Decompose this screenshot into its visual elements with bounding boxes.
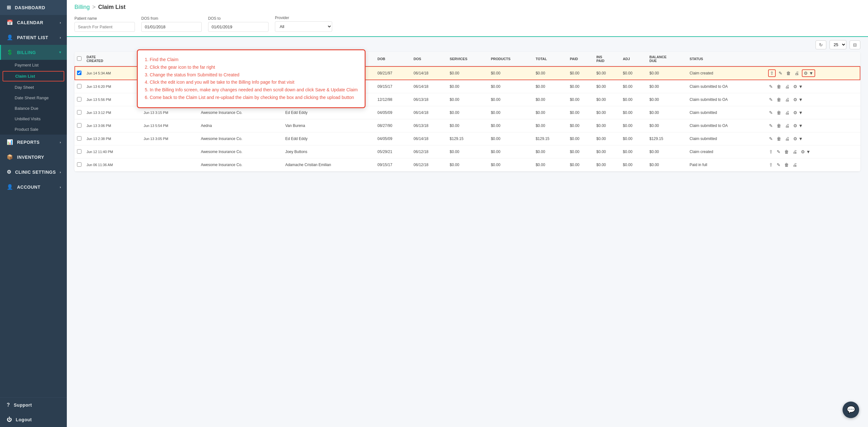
cell-submit_date [141,158,198,172]
edit-icon[interactable]: ✎ [768,122,774,129]
box-icon: 📦 [7,154,13,160]
delete-icon[interactable]: 🗑 [776,135,782,142]
edit-icon[interactable]: ✎ [768,135,774,142]
print-icon[interactable]: 🖨 [784,83,790,90]
cell-date_created: Jun 13 2:38 PM [84,132,141,145]
sidebar-item-patient-list[interactable]: 👤 PATIENT LIST › [0,30,67,45]
cell-dos: 06/14/18 [411,132,447,145]
sidebar-label-dashboard: DASHBOARD [15,5,45,10]
print-icon[interactable]: 🖨 [784,96,790,103]
delete-icon[interactable]: 🗑 [776,122,782,129]
sidebar-item-account[interactable]: 👤 ACCOUNT › [0,179,67,194]
cell-status: Claim submitted to OA [687,80,765,93]
cell-status: Claim created [687,66,765,80]
delete-icon[interactable]: 🗑 [776,83,782,90]
action-icons-group: ✎🗑🖨⚙ ▼ [768,135,858,142]
per-page-select[interactable]: 25 [830,40,846,49]
gear-icon[interactable]: ⚙ ▼ [792,122,804,129]
row-checkbox[interactable] [77,149,82,154]
print-icon[interactable]: 🖨 [784,122,790,129]
row-checkbox[interactable] [77,97,82,101]
cell-patient_name: Van Burena [283,119,375,132]
sidebar-item-claim-list[interactable]: Claim List [3,71,64,82]
cell-actions: ✎🗑🖨⚙ ▼ [766,132,860,145]
cell-services: $129.15 [447,132,488,145]
gear-icon[interactable]: ⚙ ▼ [800,148,812,155]
print-icon[interactable]: 🖨 [792,161,798,168]
print-icon[interactable]: 🖨 [792,148,798,155]
breadcrumb-billing[interactable]: Billing [74,4,90,10]
cell-products: $0.00 [488,119,533,132]
provider-select[interactable]: All [275,21,332,32]
edit-icon[interactable]: ✎ [768,83,774,90]
sidebar-item-balance-due[interactable]: Balance Due [0,103,67,114]
row-checkbox[interactable] [77,84,82,88]
patient-name-input[interactable] [74,22,135,32]
cell-adj: $0.00 [620,93,647,106]
print-icon[interactable]: 🖨 [784,135,790,142]
sidebar-item-billing[interactable]: 💲 BILLING ▾ [0,45,67,60]
gear-icon[interactable]: ⚙ ▼ [792,96,804,103]
edit-icon[interactable]: ✎ [778,70,783,77]
row-checkbox[interactable] [77,136,82,141]
cell-status: Claim submitted [687,132,765,145]
cell-dos: 06/14/18 [411,80,447,93]
sidebar-item-reports[interactable]: 📊 REPORTS › [0,134,67,150]
edit-icon[interactable]: ✎ [768,109,774,116]
cell-balance_due: $0.00 [647,93,687,106]
dos-from-input[interactable] [141,22,202,32]
edit-icon[interactable]: ✎ [776,161,781,168]
cell-dob: 04/05/09 [375,106,411,119]
select-all-checkbox[interactable] [77,56,82,61]
row-checkbox[interactable] [77,110,82,115]
calendar-icon: 📅 [7,20,13,26]
cell-adj: $0.00 [620,80,647,93]
cell-total: $0.00 [533,106,567,119]
row-checkbox[interactable] [77,162,82,167]
sidebar-item-dashboard[interactable]: ⊞ DASHBOARD [0,0,67,15]
provider-label: Provider [275,16,332,20]
refresh-button[interactable]: ↻ [815,40,826,49]
delete-icon[interactable]: 🗑 [783,148,790,155]
sidebar-item-calendar[interactable]: 📅 CALENDAR › [0,15,67,30]
dos-to-input[interactable] [208,22,269,32]
upload-icon[interactable]: ⇧ [768,148,774,155]
gear-icon[interactable]: ⚙ ▼ [792,135,804,142]
delete-icon[interactable]: 🗑 [776,96,782,103]
logout-icon: ⏻ [7,417,12,423]
cell-actions: ✎🗑🖨⚙ ▼ [766,119,860,132]
gear-icon[interactable]: ⚙ ▼ [792,109,804,116]
sidebar-label-patient-list: PATIENT LIST [17,35,49,40]
delete-icon[interactable]: 🗑 [785,70,792,77]
sidebar-item-date-sheet-range[interactable]: Date Sheet Range [0,93,67,103]
cell-total: $0.00 [533,80,567,93]
header-status: STATUS [687,52,765,66]
chat-bubble[interactable]: 💬 [842,401,859,418]
gear-icon[interactable]: ⚙ ▼ [792,83,804,90]
delete-icon[interactable]: 🗑 [776,109,782,116]
action-icons-group: ⇧✎🗑🖨 [768,161,858,168]
sidebar-item-inventory[interactable]: 📦 INVENTORY [0,150,67,164]
sidebar-item-payment-list[interactable]: Payment List [0,60,67,70]
sidebar-item-support[interactable]: ? Support [0,398,67,413]
upload-icon[interactable]: ⇧ [768,161,774,168]
sidebar-label-support: Support [14,402,32,407]
cell-ins_paid: $0.00 [594,132,620,145]
layout-button[interactable]: ⊟ [849,40,860,49]
sidebar-item-unbilled-visits[interactable]: Unbilled Visits [0,114,67,124]
cell-dob: 05/29/21 [375,145,411,158]
sidebar-item-logout[interactable]: ⏻ Logout [0,413,67,427]
gear-icon[interactable]: ⚙ ▼ [802,69,815,77]
upload-icon[interactable]: ⇧ [768,69,776,77]
row-checkbox[interactable] [77,71,82,75]
cell-services: $0.00 [447,158,488,172]
sidebar-item-day-sheet[interactable]: Day Sheet [0,82,67,93]
print-icon[interactable]: 🖨 [784,109,790,116]
sidebar-item-product-sale[interactable]: Product Sale [0,124,67,134]
sidebar-item-clinic-settings[interactable]: ⚙ CLINIC SETTINGS › [0,164,67,179]
edit-icon[interactable]: ✎ [776,148,781,155]
edit-icon[interactable]: ✎ [768,96,774,103]
print-icon[interactable]: 🖨 [794,70,800,77]
delete-icon[interactable]: 🗑 [783,161,790,168]
row-checkbox[interactable] [77,123,82,128]
